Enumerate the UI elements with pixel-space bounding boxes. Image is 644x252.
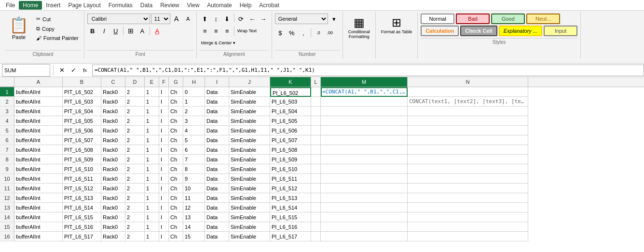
cell-K3[interactable]: PI_L6_504: [270, 106, 311, 116]
cell-B4[interactable]: PIT_L6_505: [63, 116, 101, 126]
col-header-k[interactable]: K: [270, 77, 311, 87]
cell-F9[interactable]: I: [159, 164, 169, 174]
cell-E8[interactable]: 1: [145, 155, 159, 164]
cell-N2[interactable]: CONCAT(text1, [text2], [text3], [text4],…: [408, 97, 528, 106]
col-header-e[interactable]: E: [145, 77, 159, 87]
cell-D14[interactable]: 2: [125, 212, 145, 222]
cell-M16[interactable]: [321, 232, 408, 241]
cell-L9[interactable]: [311, 164, 321, 174]
cell-F16[interactable]: I: [159, 232, 169, 241]
row-num-1[interactable]: 1: [0, 87, 14, 97]
cell-A14[interactable]: bufferAIInt: [14, 212, 63, 222]
cell-H13[interactable]: 12: [183, 203, 205, 212]
cell-H3[interactable]: 2: [183, 106, 205, 116]
cell-J7[interactable]: SimEnable: [229, 145, 270, 155]
menu-home[interactable]: Home: [19, 1, 42, 10]
cell-G3[interactable]: Ch: [169, 106, 183, 116]
cell-H16[interactable]: 15: [183, 232, 205, 241]
row-num-9[interactable]: 9: [0, 164, 14, 174]
cell-N11[interactable]: [408, 184, 528, 193]
cell-L16[interactable]: [311, 232, 321, 241]
cell-N6[interactable]: [408, 135, 528, 145]
cell-D2[interactable]: 2: [125, 97, 145, 106]
menu-view[interactable]: View: [183, 1, 204, 10]
cell-H11[interactable]: 10: [183, 184, 205, 193]
cell-M8[interactable]: [321, 155, 408, 164]
cell-C12[interactable]: Rack0: [101, 193, 125, 203]
cell-K2[interactable]: PI_L6_503: [270, 97, 311, 106]
cell-J11[interactable]: SimEnable: [229, 184, 270, 193]
cell-D5[interactable]: 2: [125, 126, 145, 135]
col-header-m[interactable]: M: [321, 77, 408, 87]
cell-N14[interactable]: [408, 212, 528, 222]
italic-button[interactable]: I: [99, 26, 110, 36]
cell-K6[interactable]: PI_L6_507: [270, 135, 311, 145]
underline-button[interactable]: U: [110, 26, 121, 36]
cell-D13[interactable]: 2: [125, 203, 145, 212]
row-num-7[interactable]: 7: [0, 145, 14, 155]
col-header-i[interactable]: I: [205, 77, 229, 87]
currency-button[interactable]: $: [275, 27, 286, 38]
cell-H6[interactable]: 5: [183, 135, 205, 145]
row-num-2[interactable]: 2: [0, 97, 14, 106]
cell-I4[interactable]: Data: [205, 116, 229, 126]
col-header-l[interactable]: L: [311, 77, 321, 87]
cell-I2[interactable]: Data: [205, 97, 229, 106]
col-header-n[interactable]: N: [408, 77, 528, 87]
menu-insert[interactable]: Insert: [42, 1, 64, 10]
cell-N12[interactable]: [408, 193, 528, 203]
cell-C13[interactable]: Rack0: [101, 203, 125, 212]
cell-A8[interactable]: bufferAIInt: [14, 155, 63, 164]
cell-I15[interactable]: Data: [205, 222, 229, 232]
row-num-6[interactable]: 6: [0, 135, 14, 145]
cell-D6[interactable]: 2: [125, 135, 145, 145]
cell-E5[interactable]: 1: [145, 126, 159, 135]
cell-I9[interactable]: Data: [205, 164, 229, 174]
cell-A15[interactable]: bufferAIInt: [14, 222, 63, 232]
cell-J9[interactable]: SimEnable: [229, 164, 270, 174]
cell-C14[interactable]: Rack0: [101, 212, 125, 222]
cell-L11[interactable]: [311, 184, 321, 193]
cell-D16[interactable]: 2: [125, 232, 145, 241]
style-explanatory[interactable]: Explanatory ...: [499, 26, 542, 36]
cell-L5[interactable]: [311, 126, 321, 135]
row-num-13[interactable]: 13: [0, 203, 14, 212]
cell-F7[interactable]: I: [159, 145, 169, 155]
cell-H4[interactable]: 3: [183, 116, 205, 126]
bold-button[interactable]: B: [87, 26, 98, 36]
cell-C5[interactable]: Rack0: [101, 126, 125, 135]
cell-H9[interactable]: 8: [183, 164, 205, 174]
cell-H1[interactable]: 0: [183, 87, 205, 97]
cell-L14[interactable]: [311, 212, 321, 222]
col-header-c[interactable]: C: [101, 77, 125, 87]
cell-B5[interactable]: PIT_L6_506: [63, 126, 101, 135]
cell-N4[interactable]: [408, 116, 528, 126]
cell-H5[interactable]: 4: [183, 126, 205, 135]
cell-L8[interactable]: [311, 155, 321, 164]
cell-E11[interactable]: 1: [145, 184, 159, 193]
menu-data[interactable]: Data: [137, 1, 156, 10]
col-header-g[interactable]: G: [169, 77, 183, 87]
cell-G12[interactable]: Ch: [169, 193, 183, 203]
cell-H15[interactable]: 14: [183, 222, 205, 232]
cell-D9[interactable]: 2: [125, 164, 145, 174]
cell-C9[interactable]: Rack0: [101, 164, 125, 174]
menu-page-layout[interactable]: Page Layout: [64, 1, 104, 10]
cell-A3[interactable]: bufferAIInt: [14, 106, 63, 116]
cell-L2[interactable]: [311, 97, 321, 106]
cell-E12[interactable]: 1: [145, 193, 159, 203]
cell-G15[interactable]: Ch: [169, 222, 183, 232]
decimal-decrease-button[interactable]: .00: [325, 27, 335, 38]
indent-decrease-button[interactable]: ←: [247, 13, 258, 24]
style-bad[interactable]: Bad: [456, 13, 490, 24]
cell-M5[interactable]: [321, 126, 408, 135]
row-num-15[interactable]: 15: [0, 222, 14, 232]
menu-acrobat[interactable]: Acrobat: [255, 1, 283, 10]
col-header-j[interactable]: J: [229, 77, 270, 87]
cell-F4[interactable]: I: [159, 116, 169, 126]
cell-C3[interactable]: Rack0: [101, 106, 125, 116]
cell-F10[interactable]: I: [159, 174, 169, 184]
cell-F3[interactable]: I: [159, 106, 169, 116]
cell-L10[interactable]: [311, 174, 321, 184]
cell-D4[interactable]: 2: [125, 116, 145, 126]
